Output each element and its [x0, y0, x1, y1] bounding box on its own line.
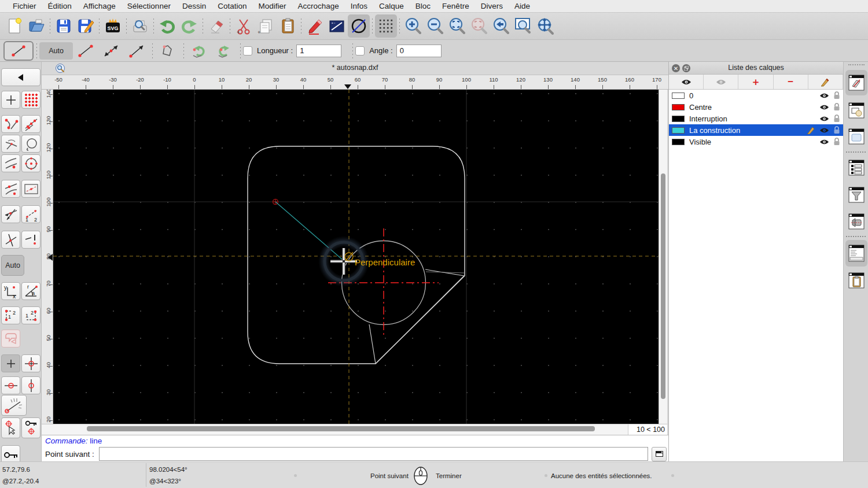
longueur-checkbox[interactable]: [243, 46, 252, 56]
snap-middle-button[interactable]: [1, 154, 20, 172]
layer-lock-toggle[interactable]: [830, 138, 843, 146]
entity-list-toggle[interactable]: [848, 158, 865, 178]
coordinate-cartesian-button[interactable]: yx: [1, 282, 20, 300]
angle-checkbox[interactable]: [355, 46, 365, 56]
drawing-canvas[interactable]: Perpendiculaire: [53, 90, 659, 424]
redo-button[interactable]: [178, 14, 200, 38]
zoom-previous-button[interactable]: [468, 14, 490, 38]
ortho-xy-button[interactable]: 12: [1, 306, 20, 324]
layer-row-la-construction[interactable]: La construction: [669, 124, 843, 136]
new-file-button[interactable]: [3, 14, 25, 38]
restrict-disabled-button[interactable]: [1, 330, 20, 347]
vertical-scroll-thumb[interactable]: [661, 173, 665, 399]
restrict-nothing-button[interactable]: [1, 231, 20, 249]
zoom-auto-button[interactable]: [446, 14, 468, 38]
command-dock-toggle[interactable]: [845, 240, 867, 267]
lock-relative-zero-button[interactable]: [21, 417, 41, 438]
menu-item-dessin[interactable]: Dessin: [176, 0, 212, 13]
layer-row-0[interactable]: 0: [669, 90, 843, 101]
menu-item-aide[interactable]: Aide: [509, 0, 536, 13]
layer-row-centre[interactable]: Centre: [669, 101, 843, 113]
delete-button[interactable]: [205, 14, 227, 38]
snap-angle-button[interactable]: [1, 395, 27, 416]
menu-item-edition[interactable]: Édition: [42, 0, 78, 13]
library-browser-toggle[interactable]: [848, 127, 865, 146]
add-layer-button[interactable]: ＋: [738, 75, 773, 89]
line-two-points-button[interactable]: [73, 42, 98, 60]
print-preview-button[interactable]: [129, 14, 151, 38]
zoom-window-button[interactable]: [512, 14, 534, 38]
undo-segment-button[interactable]: [186, 42, 212, 60]
zoom-redraw-button[interactable]: [490, 14, 512, 38]
block-list-toggle[interactable]: [848, 101, 865, 120]
construction-mode-toggle[interactable]: [348, 14, 370, 38]
menu-item-selectionner[interactable]: Sélectionner: [122, 0, 176, 13]
layer-lock-toggle[interactable]: [830, 126, 843, 134]
layer-lock-toggle[interactable]: [830, 103, 843, 111]
export-svg-button[interactable]: SVG: [102, 14, 124, 38]
layer-visibility-toggle[interactable]: [818, 127, 830, 134]
menu-item-fichier[interactable]: Fichier: [7, 0, 42, 13]
layer-lock-toggle[interactable]: [830, 91, 843, 99]
current-tool-line-button[interactable]: [3, 41, 34, 61]
save-button[interactable]: [53, 14, 75, 38]
snap-entity-center-button[interactable]: [21, 135, 41, 153]
menu-item-accrochage[interactable]: Accrochage: [292, 0, 344, 13]
grid-toggle[interactable]: [375, 14, 397, 38]
layer-list-toggle[interactable]: [845, 70, 867, 95]
undo-button[interactable]: [156, 14, 178, 38]
snap-auto-button[interactable]: Auto: [1, 255, 24, 276]
zoom-in-button[interactable]: [402, 14, 424, 38]
snap-center-button[interactable]: [1, 135, 20, 153]
collapse-sidebar-button[interactable]: [1, 68, 41, 86]
angle-input[interactable]: [396, 45, 442, 57]
restrict-off-button[interactable]: [1, 354, 20, 372]
snap-endpoints-button[interactable]: [1, 115, 20, 133]
menu-item-affichage[interactable]: Affichage: [78, 0, 122, 13]
snap-intersection-button[interactable]: [1, 205, 20, 223]
snap-free-button[interactable]: [1, 91, 20, 109]
layer-visibility-toggle[interactable]: [818, 104, 830, 110]
ortho-yx-button[interactable]: 12: [21, 306, 41, 324]
edit-attributes-button[interactable]: [304, 14, 326, 38]
edit-layer-button[interactable]: [808, 75, 843, 89]
menu-item-fenetre[interactable]: Fenêtre: [436, 0, 475, 13]
hide-all-layers-button[interactable]: [704, 75, 738, 89]
menu-item-divers[interactable]: Divers: [475, 0, 509, 13]
layer-visibility-toggle[interactable]: [818, 139, 830, 145]
horizontal-scrollbar[interactable]: 10 < 100: [42, 424, 667, 435]
menu-item-bloc[interactable]: Bloc: [410, 0, 436, 13]
menu-item-calque[interactable]: Calque: [373, 0, 410, 13]
layer-visibility-toggle[interactable]: [818, 116, 830, 122]
zoom-out-button[interactable]: [424, 14, 446, 38]
light-view-toggle[interactable]: [848, 212, 865, 231]
snap-grid-button[interactable]: [21, 91, 41, 109]
paste-button[interactable]: [277, 14, 299, 38]
snap-quadrant-button[interactable]: [21, 154, 41, 172]
line-ray-button[interactable]: [124, 42, 149, 60]
open-file-button[interactable]: [25, 14, 47, 38]
snap-intersection-manual-button[interactable]: 12: [21, 205, 41, 223]
layer-color-swatch[interactable]: [672, 104, 685, 110]
menu-item-modifier[interactable]: Modifier: [252, 0, 292, 13]
layer-lock-toggle[interactable]: [830, 114, 843, 123]
layer-color-swatch[interactable]: [672, 93, 685, 99]
layer-color-swatch[interactable]: [672, 139, 685, 145]
zoom-pan-button[interactable]: [534, 14, 556, 38]
snap-on-entity-button[interactable]: [21, 115, 41, 133]
layer-color-swatch[interactable]: [672, 116, 685, 122]
restrict-vertical-button[interactable]: [21, 376, 41, 394]
menu-item-cotation[interactable]: Cotation: [212, 0, 252, 13]
set-relative-zero-button[interactable]: [1, 417, 20, 438]
restrict-horizontal-button[interactable]: [1, 376, 20, 394]
remove-layer-button[interactable]: −: [774, 75, 808, 89]
command-input[interactable]: [99, 447, 648, 461]
menu-item-infos[interactable]: Infos: [345, 0, 373, 13]
redo-segment-button[interactable]: [212, 42, 237, 60]
vertical-scrollbar[interactable]: [659, 90, 667, 424]
restrict-orthogonal-button[interactable]: [21, 354, 41, 372]
line-both-directions-button[interactable]: [98, 42, 124, 60]
show-all-layers-button[interactable]: [669, 75, 704, 89]
layer-visibility-toggle[interactable]: [818, 93, 830, 99]
layer-color-swatch[interactable]: [672, 127, 685, 134]
